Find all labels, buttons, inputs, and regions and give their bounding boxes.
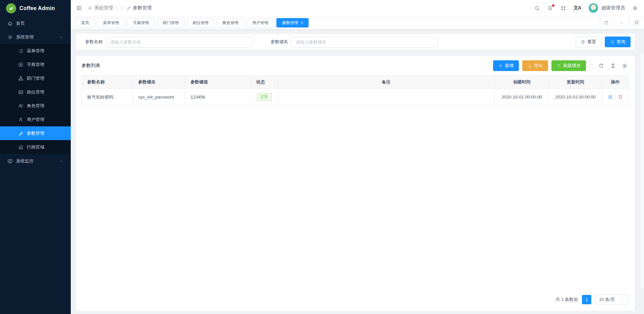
id-badge-icon (18, 89, 23, 95)
expand-icon (560, 5, 566, 11)
sidebar-item-role-mgmt[interactable]: 角色管理 (0, 99, 71, 113)
refresh-cache-label: 刷新缓存 (563, 63, 581, 69)
table-row: 账号初始密码 sys_init_password 123456 正常 2020-… (82, 89, 629, 106)
param-name-label: 参数名称 (85, 39, 103, 45)
dictionary-icon (18, 62, 23, 67)
row-height-icon (610, 63, 616, 69)
tabs-more-button[interactable] (614, 16, 629, 29)
sidebar-item-dept-mgmt[interactable]: 部门管理 (0, 71, 71, 85)
topbar: 系统管理 / 参数管理 (71, 0, 644, 16)
tab-label: 角色管理 (222, 20, 238, 26)
sidebar-nav: 首页 系统管理 菜单管理 字典管理 部门管理 (0, 16, 71, 314)
page-size-value: 10 条/页 (599, 297, 615, 303)
roles-icon (18, 103, 23, 109)
table-density-button[interactable] (609, 63, 617, 69)
gear-icon (632, 5, 638, 11)
wrench-icon (126, 6, 131, 11)
tab-user-mgmt[interactable]: 用户管理 (247, 18, 274, 27)
param-name-input[interactable] (106, 37, 252, 48)
refresh-icon (598, 63, 604, 69)
sidebar-item-user-mgmt[interactable]: 用户管理 (0, 113, 71, 126)
tab-role-mgmt[interactable]: 角色管理 (217, 18, 244, 27)
breadcrumb-current-label: 参数管理 (133, 5, 152, 11)
trash-icon (618, 95, 623, 100)
search-button[interactable] (534, 5, 540, 11)
breadcrumb-current: 参数管理 (126, 5, 152, 11)
cell-param-name: 账号初始密码 (82, 89, 133, 106)
param-table: 参数名称 参数键名 参数键值 状态 备注 创建时间 更新时间 操作 账号初始密码 (82, 75, 629, 106)
tab-label: 菜单管理 (103, 20, 119, 26)
app-logo: Coffee Admin (0, 0, 71, 16)
table-refresh-button[interactable] (597, 63, 605, 69)
sidebar-item-label: 角色管理 (27, 103, 44, 109)
sidebar-item-admin-region[interactable]: 行政区域 (0, 140, 71, 154)
tab-label: 部门管理 (163, 20, 179, 26)
content-fullscreen-button[interactable] (629, 16, 644, 29)
col-updated: 更新时间 (549, 76, 602, 89)
sidebar-item-post-mgmt[interactable]: 岗位管理 (0, 85, 71, 99)
wrench-icon (18, 131, 23, 136)
sidebar-item-system-monitor[interactable]: 系统监控 (0, 154, 71, 168)
param-key-input[interactable] (291, 37, 438, 48)
export-button-label: 导出 (534, 63, 543, 69)
user-icon (18, 117, 23, 122)
edit-row-button[interactable] (608, 95, 613, 100)
table-toolbar: 新增 导出 刷新缓存 (493, 60, 629, 71)
delete-row-button[interactable] (618, 95, 623, 100)
sidebar-item-label: 菜单管理 (27, 48, 44, 54)
tab-close-icon[interactable]: x (301, 21, 303, 25)
sidebar-collapse-button[interactable] (76, 5, 82, 11)
filter-panel: 参数名称 参数键名 重置 查询 (75, 34, 635, 50)
reset-button[interactable]: 重置 (576, 37, 601, 47)
sidebar-item-label: 部门管理 (27, 75, 44, 81)
sidebar-item-param-mgmt[interactable]: 参数管理 (0, 126, 71, 140)
page-1-button[interactable]: 1 (582, 295, 591, 304)
user-menu[interactable]: 超级管理员 (588, 3, 625, 13)
main-area: 系统管理 / 参数管理 (71, 0, 644, 314)
cell-status: 正常 (251, 89, 278, 106)
chevron-down-icon (619, 20, 624, 25)
panel-title: 参数列表 (82, 63, 100, 69)
scrollbar-thumb[interactable] (641, 54, 643, 288)
tabs: 首页 菜单管理 字典管理 部门管理 岗位管理 角色管理 用户管理 参数管理 x (71, 18, 599, 29)
tab-home[interactable]: 首页 (75, 18, 95, 27)
notifications-button[interactable] (547, 5, 553, 11)
sidebar-item-label: 参数管理 (27, 130, 44, 136)
sidebar-item-home[interactable]: 首页 (0, 16, 71, 30)
sidebar-item-label: 行政区域 (27, 144, 44, 150)
plus-icon (498, 64, 503, 68)
breadcrumb-root[interactable]: 系统管理 (88, 5, 118, 11)
table-settings-button[interactable] (621, 63, 629, 69)
col-param-value: 参数键值 (185, 76, 251, 89)
settings-button[interactable] (632, 5, 638, 11)
search-icon (534, 5, 540, 11)
chevron-up-icon (59, 35, 63, 39)
tab-param-mgmt[interactable]: 参数管理 x (276, 18, 309, 27)
sidebar: Coffee Admin 首页 系统管理 菜单管理 字典管理 (0, 0, 71, 314)
pagination-total: 共 1 条数据 (556, 297, 578, 303)
page-size-select[interactable]: 10 条/页 (595, 295, 628, 304)
search-button-label: 查询 (616, 39, 625, 45)
tab-menu-mgmt[interactable]: 菜单管理 (97, 18, 125, 27)
tab-dict-mgmt[interactable]: 字典管理 (127, 18, 155, 27)
cell-param-key: sys_init_password (133, 89, 185, 106)
tab-dept-mgmt[interactable]: 部门管理 (157, 18, 184, 27)
search-submit-button[interactable]: 查询 (605, 37, 631, 47)
add-button[interactable]: 新增 (493, 60, 519, 71)
leaf-logo-icon (6, 3, 16, 13)
fullscreen-button[interactable] (560, 5, 566, 11)
sidebar-item-menu-mgmt[interactable]: 菜单管理 (0, 44, 71, 58)
sidebar-item-dict-mgmt[interactable]: 字典管理 (0, 58, 71, 71)
tab-post-mgmt[interactable]: 岗位管理 (187, 18, 214, 27)
tabs-refresh-button[interactable] (599, 16, 614, 29)
toolbar-divider (592, 63, 592, 69)
monitor-icon (7, 159, 13, 164)
sidebar-item-system-mgmt[interactable]: 系统管理 (0, 30, 71, 44)
language-switch-button[interactable]: 文A (574, 5, 581, 11)
export-button[interactable]: 导出 (522, 60, 548, 71)
col-remark: 备注 (278, 76, 495, 89)
refresh-icon (604, 20, 609, 25)
notification-dot (552, 4, 554, 7)
refresh-cache-button[interactable]: 刷新缓存 (551, 60, 586, 71)
gear-icon (7, 35, 13, 40)
